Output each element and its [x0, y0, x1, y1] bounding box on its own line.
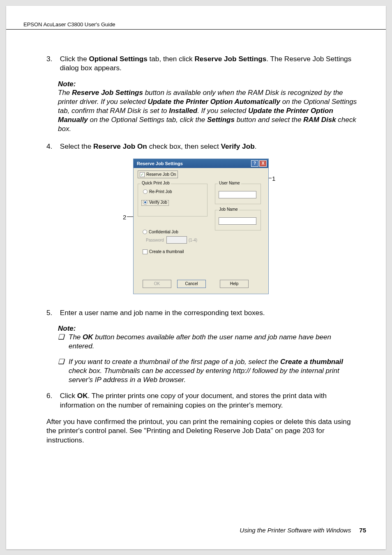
- text-frag: Click the: [60, 55, 89, 63]
- note-block-2: Note: ❏ The OK button becomes available …: [58, 325, 358, 385]
- note-heading: Note:: [58, 325, 358, 333]
- dialog-figure: 1 2 Reserve Job Settings ? X ✓ R: [46, 159, 358, 298]
- reserve-job-on-label: Reserve Job On: [146, 172, 176, 177]
- footer: Using the Printer Software with Windows …: [240, 527, 366, 534]
- text-frag: button and select the: [235, 116, 303, 124]
- text-frag: . If you selected: [197, 107, 248, 115]
- step-4: 4. Select the Reserve Job On check box, …: [46, 142, 358, 151]
- page: EPSON AcuLaser C3800 User's Guide 3. Cli…: [6, 6, 386, 549]
- reprint-job-radio[interactable]: Re-Print Job: [143, 189, 172, 194]
- dialog-body: ✓ Reserve Job On Quick Print Job Re-Prin…: [134, 168, 268, 294]
- bold-frag: Reserve Job Settings: [194, 55, 266, 63]
- note-body: The Reserve Job Settings button is avail…: [58, 88, 358, 134]
- titlebar-close-button[interactable]: X: [259, 160, 267, 167]
- bold-frag: OK: [83, 333, 93, 341]
- content-area: 3. Click the Optional Settings tab, then…: [46, 54, 358, 444]
- bullet-1: ❏ The OK button becomes available after …: [58, 333, 358, 351]
- password-input[interactable]: [166, 236, 187, 244]
- dialog-title: Reserve Job Settings: [137, 161, 183, 166]
- quick-print-job-legend: Quick Print Job: [141, 181, 171, 185]
- reserve-job-on-checkbox[interactable]: ✓ Reserve Job On: [140, 172, 176, 177]
- step-6-number: 6.: [46, 391, 58, 400]
- user-name-input[interactable]: [219, 191, 256, 198]
- create-thumbnail-checkbox[interactable]: Create a thumbnail: [143, 249, 184, 254]
- closing-paragraph: After you have confirmed the printout, y…: [46, 417, 358, 444]
- text-frag: Click: [60, 391, 77, 400]
- text-frag: on the Optional Settings tab, click the: [88, 116, 207, 124]
- job-name-legend: Job Name: [218, 207, 239, 212]
- page-number: 75: [359, 527, 366, 534]
- text-frag: tab, then click: [148, 55, 195, 63]
- bold-frag: Verify Job: [221, 142, 255, 150]
- callout-1: 1: [272, 175, 275, 182]
- bullet-2: ❏ If you want to create a thumbnail of t…: [58, 357, 358, 385]
- step-6-text: Click OK. The printer prints one copy of…: [60, 391, 356, 410]
- reserve-job-on-group: ✓ Reserve Job On: [138, 170, 178, 178]
- note-block-1: Note: The Reserve Job Settings button is…: [58, 80, 358, 134]
- bullet-icon: ❏: [58, 333, 69, 351]
- step-3-text: Click the Optional Settings tab, then cl…: [60, 54, 356, 73]
- text-frag: check box, then select: [147, 142, 221, 150]
- cancel-button[interactable]: Cancel: [177, 280, 206, 288]
- step-5-text: Enter a user name and job name in the co…: [60, 308, 356, 317]
- bold-frag: Installed: [169, 107, 197, 115]
- header-rule: EPSON AcuLaser C3800 User's Guide: [6, 21, 386, 30]
- bold-frag: Reserve Job Settings: [72, 89, 143, 97]
- step-3-number: 3.: [46, 54, 58, 63]
- confidential-job-radio[interactable]: Confidential Job: [143, 230, 178, 234]
- help-button[interactable]: Help: [220, 280, 249, 288]
- radio-icon: [143, 230, 147, 234]
- verify-job-label: Verify Job: [149, 200, 167, 205]
- text-frag: button becomes available after both the …: [69, 333, 331, 350]
- reprint-job-label: Re-Print Job: [149, 189, 172, 194]
- radio-icon: [143, 200, 148, 205]
- bold-frag: RAM Disk: [303, 116, 336, 124]
- text-frag: Select the: [60, 142, 93, 150]
- titlebar-buttons: ? X: [251, 160, 267, 167]
- bullet-2-text: If you want to create a thumbnail of the…: [69, 357, 358, 385]
- verify-job-focus: Verify Job: [141, 200, 169, 206]
- checkbox-icon: [143, 249, 148, 254]
- titlebar-help-button[interactable]: ?: [251, 160, 258, 167]
- callout-2: 2: [123, 214, 126, 221]
- header-text: EPSON AcuLaser C3800 User's Guide: [23, 21, 115, 28]
- job-name-input[interactable]: [219, 217, 256, 225]
- checkbox-icon: ✓: [140, 172, 145, 177]
- quick-print-job-group: Quick Print Job Re-Print Job Verify Job: [138, 184, 208, 216]
- text-frag: The: [58, 89, 72, 97]
- text-frag: . The printer prints one copy of your do…: [60, 391, 327, 409]
- step-5-number: 5.: [46, 308, 58, 317]
- password-label: Password: [146, 238, 164, 242]
- text-frag: check box. Thumbnails can be accessed by…: [69, 367, 339, 384]
- bold-frag: Reserve Job On: [93, 142, 147, 150]
- bold-frag: Create a thumbnail: [280, 358, 343, 366]
- confidential-job-label: Confidential Job: [149, 230, 178, 234]
- user-name-legend: User Name: [218, 181, 241, 185]
- step-6: 6. Click OK. The printer prints one copy…: [46, 391, 358, 410]
- step-4-number: 4.: [46, 142, 58, 151]
- footer-text: Using the Printer Software with Windows: [240, 527, 351, 534]
- text-frag: If you want to create a thumbnail of the…: [69, 358, 280, 366]
- password-hint: (1-4): [189, 238, 197, 242]
- verify-job-radio[interactable]: Verify Job: [143, 200, 167, 205]
- dialog-titlebar: Reserve Job Settings ? X: [134, 159, 268, 168]
- user-name-group: User Name: [215, 184, 261, 204]
- bullet-icon: ❏: [58, 357, 69, 385]
- text-frag: The: [69, 333, 83, 341]
- bold-frag: Update the Printer Option Automatically: [148, 98, 280, 106]
- bold-frag: Optional Settings: [89, 55, 147, 63]
- create-thumbnail-label: Create a thumbnail: [149, 249, 184, 254]
- note-heading: Note:: [58, 80, 358, 88]
- ok-button[interactable]: OK: [143, 280, 171, 288]
- verify-job-wrap: Verify Job: [141, 200, 169, 205]
- bullet-1-text: The OK button becomes available after bo…: [69, 333, 358, 351]
- job-name-group: Job Name: [215, 210, 261, 230]
- bold-frag: OK: [77, 391, 88, 400]
- step-4-text: Select the Reserve Job On check box, the…: [60, 142, 356, 151]
- step-3: 3. Click the Optional Settings tab, then…: [46, 54, 358, 73]
- radio-icon: [143, 189, 148, 194]
- bold-frag: Settings: [207, 116, 235, 124]
- text-frag: .: [255, 142, 257, 150]
- step-5: 5. Enter a user name and job name in the…: [46, 308, 358, 317]
- reserve-job-dialog: Reserve Job Settings ? X ✓ Reserve Job O…: [133, 159, 269, 294]
